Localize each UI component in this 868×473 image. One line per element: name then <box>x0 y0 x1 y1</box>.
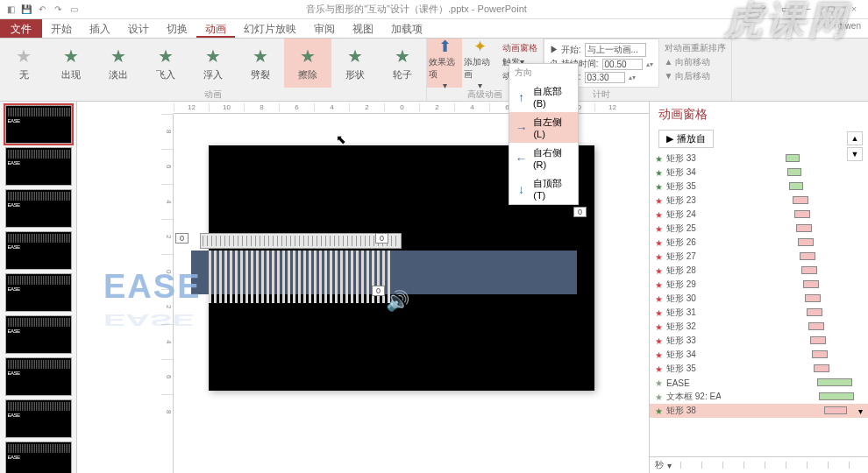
timing-bar[interactable] <box>800 252 815 260</box>
effect-fade[interactable]: ★淡出 <box>95 39 142 88</box>
timing-bar[interactable] <box>803 280 819 288</box>
effect-float[interactable]: ★浮入 <box>189 39 237 88</box>
move-earlier[interactable]: ▲ 向前移动 <box>665 56 726 68</box>
duration-input[interactable]: 00.50 <box>602 59 643 70</box>
animation-item[interactable]: ★矩形 34 <box>650 166 868 180</box>
animation-item[interactable]: ★矩形 33 <box>650 152 868 166</box>
direction-right[interactable]: ←自右侧(R) <box>509 143 578 173</box>
comb-shape[interactable] <box>209 251 393 303</box>
timing-bar[interactable] <box>801 266 817 274</box>
ease-text[interactable]: EASE <box>103 268 201 306</box>
slide-thumb[interactable]: EASE <box>5 147 72 186</box>
timing-bar[interactable] <box>798 238 814 246</box>
timing-bar[interactable] <box>805 294 821 302</box>
animation-item[interactable]: ★矩形 30 <box>650 292 868 306</box>
tab-home[interactable]: 开始 <box>42 19 81 38</box>
animation-item[interactable]: ★矩形 31 <box>650 306 868 320</box>
item-menu-icon[interactable]: ▾ <box>858 406 863 416</box>
save-icon[interactable]: 💾 <box>19 3 33 17</box>
delay-input[interactable]: 03.30 <box>585 72 625 83</box>
tab-design[interactable]: 设计 <box>119 19 158 38</box>
timing-bar[interactable] <box>810 336 826 344</box>
timing-bar[interactable] <box>812 350 828 358</box>
timing-bar[interactable] <box>814 364 829 372</box>
effect-wheel[interactable]: ★轮子 <box>379 39 426 88</box>
tab-file[interactable]: 文件 <box>0 19 42 38</box>
direction-bottom[interactable]: ↑自底部(B) <box>509 81 578 112</box>
timing-bar[interactable] <box>794 210 810 218</box>
ruler-shape[interactable] <box>200 233 402 249</box>
animation-item[interactable]: ★矩形 24 <box>650 208 868 222</box>
effect-split[interactable]: ★劈裂 <box>237 39 284 88</box>
animation-item[interactable]: ★矩形 23 <box>650 194 868 208</box>
seconds-dropdown[interactable]: ▾ <box>667 461 672 470</box>
tab-slideshow[interactable]: 幻灯片放映 <box>235 19 305 38</box>
start-show-icon[interactable]: ▭ <box>67 3 81 17</box>
ppt-icon[interactable]: ◧ <box>4 3 18 17</box>
direction-top[interactable]: ↓自顶部(T) <box>509 173 578 204</box>
timing-bar[interactable] <box>793 196 808 204</box>
user-label[interactable]: qiwen <box>831 19 868 38</box>
timing-bar[interactable] <box>817 378 852 386</box>
slide-thumb[interactable]: EASE <box>5 357 72 396</box>
tab-transitions[interactable]: 切换 <box>158 19 196 38</box>
animation-item[interactable]: ★EASE <box>650 376 868 390</box>
add-animation-button[interactable]: ✦添加动画▾ <box>462 39 497 88</box>
spinner-icon[interactable]: ▴▾ <box>629 74 636 81</box>
slide-thumb[interactable]: EASE <box>5 441 72 473</box>
move-later[interactable]: ▼ 向后移动 <box>665 70 726 82</box>
animation-item[interactable]: ★矩形 34 <box>650 348 868 362</box>
animation-item[interactable]: ★文本框 92: EASE <box>650 390 868 404</box>
timing-bar[interactable] <box>819 392 854 400</box>
anim-tag[interactable]: 0 <box>573 207 587 217</box>
animation-item[interactable]: ★矩形 26 <box>650 236 868 250</box>
redo-icon[interactable]: ↷ <box>51 3 65 17</box>
slide-thumb[interactable]: EASE <box>5 231 72 270</box>
animation-item[interactable]: ★矩形 38▾ <box>650 404 868 418</box>
slide-thumb[interactable]: EASE <box>5 189 72 228</box>
slide-thumb[interactable]: EASE <box>5 399 72 438</box>
timing-bar[interactable] <box>824 406 847 414</box>
ribbon-opts-icon[interactable]: ▭ <box>775 4 796 15</box>
animation-item[interactable]: ★矩形 35 <box>650 180 868 194</box>
anim-tag[interactable]: 0 <box>175 233 189 244</box>
animation-item[interactable]: ★矩形 33 <box>650 334 868 348</box>
timing-bar[interactable] <box>787 168 801 176</box>
anim-pane-link[interactable]: 动画窗格 <box>502 42 537 54</box>
tab-review[interactable]: 审阅 <box>305 19 344 38</box>
animation-item[interactable]: ★矩形 29 <box>650 278 868 292</box>
play-from-button[interactable]: ▶ 播放自 <box>658 130 714 148</box>
timing-bar[interactable] <box>786 154 800 162</box>
effect-flyin[interactable]: ★飞入 <box>142 39 189 88</box>
start-select[interactable]: 与上一动画... <box>585 43 646 57</box>
audio-icon[interactable]: 🔊 <box>386 290 409 313</box>
animation-item[interactable]: ★矩形 25 <box>650 222 868 236</box>
timing-bar[interactable] <box>789 182 803 190</box>
timing-bar[interactable] <box>808 322 824 330</box>
close-icon[interactable]: × <box>843 4 864 15</box>
tab-view[interactable]: 视图 <box>344 19 382 38</box>
anim-tag[interactable]: 0 <box>375 233 388 244</box>
maximize-icon[interactable]: □ <box>821 4 842 15</box>
effect-none[interactable]: ★无 <box>0 39 47 88</box>
effect-options-button[interactable]: ⬆效果选项▾ <box>427 39 462 88</box>
animation-item[interactable]: ★矩形 32 <box>650 320 868 334</box>
move-up-button[interactable]: ▲ <box>847 131 863 145</box>
effect-appear[interactable]: ★出现 <box>47 39 95 88</box>
undo-icon[interactable]: ↶ <box>35 3 49 17</box>
help-icon[interactable]: ? <box>752 4 773 15</box>
effect-shape[interactable]: ★形状 <box>331 39 379 88</box>
timing-bar[interactable] <box>807 308 822 316</box>
tab-animations[interactable]: 动画 <box>196 19 235 38</box>
spinner-icon[interactable]: ▴▾ <box>646 60 653 68</box>
minimize-icon[interactable]: − <box>798 4 819 15</box>
effect-wipe[interactable]: ★擦除 <box>284 39 331 88</box>
anim-tag[interactable]: 0 <box>372 286 385 296</box>
animation-item[interactable]: ★矩形 28 <box>650 264 868 278</box>
direction-left[interactable]: →自左侧(L) <box>509 112 578 143</box>
animation-item[interactable]: ★矩形 27 <box>650 250 868 264</box>
tab-insert[interactable]: 插入 <box>81 19 119 38</box>
slide-thumb[interactable]: EASE <box>5 315 72 354</box>
tab-addins[interactable]: 加载项 <box>382 19 431 38</box>
slide-thumb[interactable]: EASE <box>5 273 72 312</box>
